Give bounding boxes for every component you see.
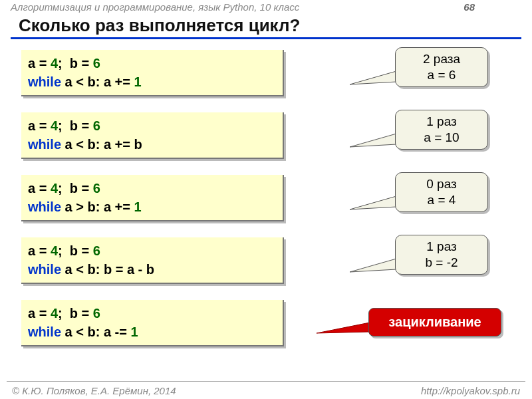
svg-marker-4	[317, 323, 370, 333]
answer-line1: 0 раз	[398, 176, 485, 192]
slide-body: a = 4; b = 6 while a < b: a += 1 2 раза …	[0, 46, 532, 352]
answer-callout: 2 раза a = 6	[395, 47, 488, 87]
example-row: a = 4; b = 6 while a > b: a += 1 0 раз a…	[21, 171, 521, 227]
answer-callout: 1 раз b = -2	[395, 235, 488, 275]
answer-line1: 2 раза	[398, 51, 485, 67]
answer-line2: a = 6	[398, 67, 485, 83]
footer-url: http://kpolyakov.spb.ru	[421, 385, 520, 396]
svg-marker-0	[350, 71, 396, 84]
answer-line2: a = 4	[398, 192, 485, 208]
footer-divider	[7, 381, 525, 382]
slide-title: Сколько раз выполняется цикл?	[19, 15, 521, 36]
example-row: a = 4; b = 6 while a < b: a += b 1 раз a…	[21, 108, 521, 164]
copyright-text: © К.Ю. Поляков, Е.А. Ерёмин, 2014	[12, 385, 176, 396]
title-underline	[11, 37, 521, 39]
callout-tail	[350, 134, 396, 151]
code-box: a = 4; b = 6 while a > b: a += 1	[21, 175, 284, 221]
svg-marker-3	[350, 259, 396, 272]
answer-line1: зацикливание	[372, 314, 498, 331]
example-row: a = 4; b = 6 while a < b: a -= 1 зацикли…	[21, 296, 521, 352]
answer-callout: 1 раз a = 10	[395, 110, 488, 150]
callout-tail	[350, 259, 396, 276]
code-box: a = 4; b = 6 while a < b: a += 1	[21, 50, 284, 96]
slide-header: Алгоритмизация и программирование, язык …	[0, 0, 532, 13]
callout-tail	[317, 323, 370, 338]
slide-footer: © К.Ю. Поляков, Е.А. Ерёмин, 2014 http:/…	[0, 385, 532, 396]
answer-line2: a = 10	[398, 130, 485, 146]
page-number: 68	[464, 1, 475, 13]
svg-marker-2	[350, 196, 396, 209]
code-box: a = 4; b = 6 while a < b: a += b	[21, 112, 284, 159]
svg-marker-1	[350, 134, 396, 147]
answer-line1: 1 раз	[398, 114, 485, 130]
callout-tail	[350, 196, 396, 213]
answer-callout: 0 раз a = 4	[395, 172, 488, 212]
example-row: a = 4; b = 6 while a < b: b = a - b 1 ра…	[21, 233, 521, 289]
callout-tail	[350, 71, 396, 88]
example-row: a = 4; b = 6 while a < b: a += 1 2 раза …	[21, 46, 521, 102]
code-box: a = 4; b = 6 while a < b: a -= 1	[21, 300, 284, 346]
answer-line1: 1 раз	[398, 239, 485, 255]
answer-callout-warning: зацикливание	[368, 308, 501, 336]
code-box: a = 4; b = 6 while a < b: b = a - b	[21, 237, 284, 284]
course-label: Алгоритмизация и программирование, язык …	[11, 1, 299, 13]
answer-line2: b = -2	[398, 255, 485, 271]
